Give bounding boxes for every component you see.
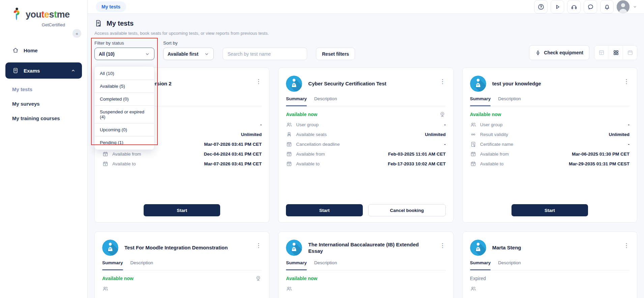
user-avatar[interactable] (617, 0, 630, 13)
tab-description[interactable]: Description (314, 96, 337, 106)
test-logo-avatar (102, 240, 118, 256)
play-icon (554, 3, 561, 10)
support-button[interactable] (567, 0, 581, 13)
card-tabs: Summary Description (470, 96, 630, 106)
tab-summary[interactable]: Summary (286, 96, 307, 106)
help-button[interactable] (534, 0, 548, 13)
tab-description[interactable]: Description (498, 96, 521, 106)
status-filter-select[interactable]: All (10) (94, 48, 154, 60)
sidebar-item-my-training-courses[interactable]: My training courses (0, 111, 87, 126)
kebab-menu-icon[interactable]: ⋮ (623, 78, 630, 85)
status-option-suspended-expired[interactable]: Suspended or expired (4) (95, 105, 154, 123)
kebab-menu-icon[interactable]: ⋮ (440, 242, 446, 249)
grid-view-icon (613, 49, 619, 56)
status-filter-block: Filter by status All (10) All (10) Avail… (94, 40, 154, 60)
detail-row: Available to Mar-29-2035 01:31 PM CEST (470, 159, 630, 169)
kebab-menu-icon[interactable]: ⋮ (623, 242, 630, 249)
sidebar: youtestme GetCertified « Home Exams My t… (0, 0, 88, 298)
card-tabs: Summary Description (102, 260, 262, 270)
sidebar-item-exams[interactable]: Exams (5, 62, 82, 79)
detail-label: Available seats (296, 132, 327, 137)
avatar-icon (617, 0, 630, 13)
sidebar-item-my-surveys[interactable]: My surveys (0, 97, 87, 111)
table-view-icon (598, 49, 605, 56)
search-input[interactable] (223, 48, 307, 60)
detail-value: - (444, 142, 446, 147)
detail-value: - (444, 122, 446, 127)
detail-rows: User group - Available seats Unlimited C… (286, 120, 445, 169)
status-filter-label: Filter by status (94, 40, 154, 46)
detail-label: Available from (112, 152, 141, 157)
sidebar-collapse-button[interactable]: « (72, 29, 81, 38)
breadcrumb[interactable]: My tests (96, 1, 126, 12)
app-window: youtestme GetCertified « Home Exams My t… (0, 0, 644, 298)
status-row: Available now (102, 275, 262, 282)
sidebar-nav: Home Exams My tests My surveys My traini… (0, 43, 87, 126)
tab-summary[interactable]: Summary (470, 260, 491, 270)
sort-select[interactable]: Available first (163, 48, 214, 60)
brand-letter-group: me (57, 9, 70, 20)
detail-label: Available to (480, 161, 504, 166)
status-option-pending[interactable]: Pending (1) (95, 136, 154, 149)
start-test-button[interactable]: Start (144, 204, 220, 216)
tab-summary[interactable]: Summary (286, 260, 307, 270)
user-group-icon (470, 286, 476, 292)
sidebar-item-my-tests[interactable]: My tests (0, 82, 87, 97)
tab-description[interactable]: Description (314, 260, 337, 270)
controls-row: Filter by status All (10) All (10) Avail… (94, 40, 637, 60)
tab-description[interactable]: Description (498, 260, 521, 270)
sidebar-item-home[interactable]: Home (0, 43, 87, 58)
tab-description[interactable]: Description (130, 260, 153, 270)
seat-icon (286, 131, 292, 138)
tour-button[interactable] (551, 0, 564, 13)
chevron-down-icon[interactable] (633, 4, 637, 9)
tab-summary[interactable]: Summary (102, 260, 123, 270)
kebab-menu-icon[interactable]: ⋮ (440, 78, 446, 85)
page-header: My tests (94, 19, 637, 27)
detail-row: Available from Feb-03-2025 11:01 AM CET (286, 149, 445, 159)
status-option-all[interactable]: All (10) (95, 67, 154, 80)
start-test-button[interactable]: Start (286, 204, 363, 216)
test-title: Marta Steng (492, 244, 617, 251)
reset-filters-button[interactable]: Reset filters (316, 48, 355, 60)
detail-value: Mar-07-2026 03:41 PM CET (204, 161, 262, 166)
detail-value: Feb-17-2033 10:02 AM CET (388, 161, 445, 166)
card-footer: Start (470, 199, 630, 216)
test-title: Cyber Security Certification Test (308, 80, 433, 87)
status-badge: Available now (286, 112, 317, 117)
help-icon (537, 3, 545, 10)
kebab-menu-icon[interactable]: ⋮ (256, 242, 262, 249)
detail-value: Unlimited (609, 132, 630, 137)
grid-view-button[interactable] (609, 46, 623, 60)
notifications-button[interactable] (600, 0, 614, 13)
chat-button[interactable] (584, 0, 597, 13)
detail-row: User group - (470, 120, 630, 130)
detail-row: Available from Mar-06-2025 01:30 PM CET (470, 149, 630, 159)
webcam-proctoring-icon (255, 275, 262, 282)
calendar-view-button[interactable] (623, 46, 637, 60)
status-option-completed[interactable]: Completed (0) (95, 92, 154, 105)
detail-row-partial (102, 284, 262, 294)
chevron-up-icon (70, 68, 76, 73)
detail-label: Cancellation deadline (296, 142, 340, 147)
detail-row: User group - (286, 120, 445, 130)
detail-value: Mar-29-2035 01:31 PM CEST (569, 161, 630, 166)
status-filter-dropdown: All (10) Available (5) Completed (0) Sus… (94, 66, 154, 150)
status-option-available[interactable]: Available (5) (95, 80, 154, 92)
brand-logo: youtestme (0, 6, 87, 24)
user-group-icon (286, 286, 292, 292)
certificate-icon (470, 141, 476, 147)
kebab-menu-icon[interactable]: ⋮ (256, 78, 262, 85)
detail-value: Unlimited (425, 132, 446, 137)
cancel-booking-button[interactable]: Cancel booking (368, 204, 446, 216)
start-test-button[interactable]: Start (511, 204, 588, 216)
table-view-button[interactable] (594, 46, 609, 60)
check-equipment-button[interactable]: Check equipment (529, 45, 589, 60)
test-card: The International Baccalaureate (IB) Ext… (278, 232, 453, 298)
home-icon (12, 47, 19, 54)
test-cards-grid: ersion 2 ⋮ - Unlimited (94, 67, 637, 298)
detail-label: Available from (480, 152, 509, 157)
tab-summary[interactable]: Summary (470, 96, 491, 106)
status-option-upcoming[interactable]: Upcoming (0) (95, 123, 154, 136)
test-logo-avatar (286, 240, 302, 256)
